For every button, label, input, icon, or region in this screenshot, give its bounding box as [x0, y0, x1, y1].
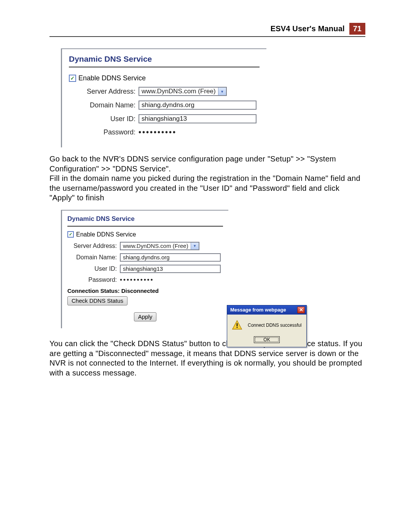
dropdown-arrow-icon[interactable]: ▾	[218, 88, 226, 95]
check-ddns-status-button[interactable]: Check DDNS Status	[67, 296, 127, 305]
server-address-select-2[interactable]: www.DynDNS.com (Free) ▾	[120, 242, 199, 250]
enable-ddns-checkbox-2[interactable]: ✓	[67, 231, 74, 238]
message-popup: Message from webpage ✕ Connect DDNS succ…	[227, 305, 307, 347]
panel-title: Dynamic DNS Service	[69, 54, 260, 67]
connection-status-value: Disconnected	[121, 288, 159, 294]
panel-title-2: Dynamic DNS Service	[67, 215, 223, 227]
popup-ok-button[interactable]: OK	[254, 336, 279, 343]
password-label-2: Password:	[67, 276, 117, 283]
enable-ddns-checkbox[interactable]: ✓	[69, 75, 76, 82]
warning-icon	[232, 320, 242, 331]
page-number: 71	[349, 23, 365, 35]
server-address-value: www.DynDNS.com (Free)	[139, 88, 218, 95]
user-id-input[interactable]	[139, 114, 256, 123]
instruction-paragraph-2: You can click the "Check DDNS Status" bu…	[49, 339, 365, 378]
dropdown-arrow-icon-2[interactable]: ▾	[191, 243, 199, 249]
apply-button[interactable]: Apply	[134, 312, 157, 321]
server-address-value-2: www.DynDNS.com (Free)	[121, 243, 191, 249]
connection-status-label: Connection Status:	[67, 288, 120, 294]
domain-name-input[interactable]	[139, 101, 256, 110]
enable-ddns-label: Enable DDNS Service	[78, 74, 146, 82]
instruction-paragraph-1: Go back to the NVR's DDNS service config…	[49, 154, 365, 203]
password-label: Password:	[69, 128, 135, 136]
user-id-label: User ID:	[69, 115, 135, 123]
domain-name-input-2[interactable]	[120, 253, 221, 262]
domain-name-label-2: Domain Name:	[67, 254, 117, 261]
svg-rect-2	[237, 327, 238, 328]
svg-rect-1	[237, 323, 238, 326]
close-icon[interactable]: ✕	[297, 307, 305, 313]
server-address-label-2: Server Address:	[67, 243, 117, 249]
password-input-2[interactable]: ••••••••••	[120, 276, 154, 284]
enable-ddns-label-2: Enable DDNS Service	[76, 231, 136, 238]
popup-title: Message from webpage	[230, 307, 286, 313]
domain-name-label: Domain Name:	[69, 101, 135, 109]
password-input[interactable]: ••••••••••	[139, 128, 177, 137]
popup-message: Connect DDNS successful	[248, 323, 301, 328]
server-address-select[interactable]: www.DynDNS.com (Free) ▾	[139, 87, 227, 96]
doc-title: ESV4 User's Manual	[271, 24, 345, 33]
user-id-label-2: User ID:	[67, 265, 117, 272]
header-rule	[49, 36, 365, 37]
server-address-label: Server Address:	[69, 88, 135, 96]
user-id-input-2[interactable]	[120, 265, 221, 273]
